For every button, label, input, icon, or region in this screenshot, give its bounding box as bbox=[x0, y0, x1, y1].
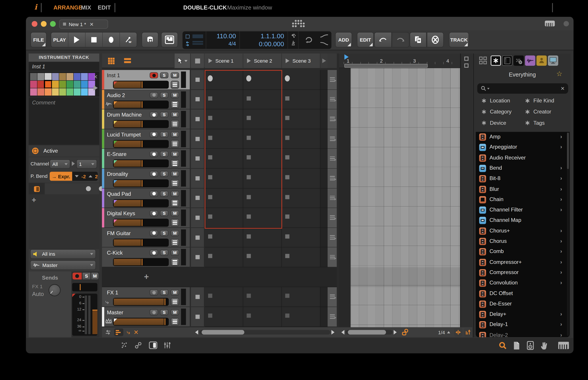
crossfade-automation-icon[interactable] bbox=[320, 42, 329, 45]
channel-dest-dropdown[interactable]: 1 bbox=[76, 159, 97, 169]
palette-swatch[interactable] bbox=[81, 88, 88, 95]
track-header-dronality[interactable]: Dronality S M bbox=[102, 169, 190, 188]
arm-button[interactable] bbox=[150, 210, 158, 217]
delete-button[interactable] bbox=[427, 32, 444, 47]
clip-slot[interactable] bbox=[282, 149, 321, 169]
clip-slot-stop-icon[interactable] bbox=[285, 195, 289, 199]
solo-button[interactable]: S bbox=[160, 309, 168, 315]
clip-slot-stop-icon[interactable] bbox=[247, 96, 251, 100]
clip-slot[interactable] bbox=[205, 208, 243, 228]
clip-slot-partial[interactable] bbox=[320, 247, 328, 267]
tempo-value[interactable]: 110.00 bbox=[217, 33, 236, 40]
arm-button[interactable] bbox=[150, 171, 158, 177]
track-volume-fader[interactable] bbox=[113, 140, 169, 148]
arm-button[interactable] bbox=[150, 131, 158, 138]
hand-tool-icon[interactable] bbox=[540, 342, 548, 350]
arm-button[interactable] bbox=[150, 289, 158, 296]
solo-button[interactable]: S bbox=[160, 92, 168, 98]
chevron-right-icon[interactable]: › bbox=[560, 238, 562, 244]
arm-button[interactable] bbox=[150, 151, 158, 157]
filter-creator[interactable]: Creator bbox=[525, 108, 551, 116]
back-to-arrangement-cell[interactable] bbox=[328, 169, 337, 188]
track-header-fx-1[interactable]: FX 1 S M ⤷ bbox=[102, 287, 190, 307]
track-menu-button[interactable] bbox=[171, 298, 179, 306]
clip-slot-stop-icon[interactable] bbox=[208, 294, 212, 298]
palette-swatch[interactable] bbox=[52, 81, 59, 88]
tab-device-modulation[interactable] bbox=[29, 183, 45, 195]
palette-clear-icon[interactable]: ✕ bbox=[93, 74, 98, 80]
view-tab-arrange[interactable]: ARRANGE bbox=[53, 4, 82, 11]
clip-slot-partial[interactable] bbox=[320, 149, 328, 169]
device-item-delay-1[interactable]: Delay-1 › bbox=[476, 320, 570, 330]
palette-swatch[interactable] bbox=[37, 73, 44, 80]
arm-button[interactable] bbox=[150, 72, 158, 78]
track-menu-button[interactable] bbox=[171, 219, 179, 227]
loop-icon[interactable] bbox=[304, 36, 314, 44]
performance-display[interactable] bbox=[182, 31, 206, 49]
add-track-button[interactable]: + bbox=[144, 272, 149, 282]
clip-slot-stop-icon[interactable] bbox=[285, 175, 289, 179]
clip-stop-cell[interactable] bbox=[191, 208, 204, 228]
back-to-arrangement-cell[interactable] bbox=[328, 287, 337, 307]
solo-button[interactable]: S bbox=[82, 272, 91, 280]
device-item-arpeggiator[interactable]: Arpeggiator › bbox=[476, 142, 570, 153]
clip-slot[interactable] bbox=[205, 129, 243, 149]
device-item-amp[interactable]: Amp › bbox=[476, 132, 570, 142]
clip-slot[interactable] bbox=[243, 247, 282, 267]
cursor-tool-button[interactable] bbox=[174, 54, 190, 68]
send-mode[interactable]: Auto bbox=[32, 291, 44, 297]
clip-stop-cell[interactable] bbox=[191, 90, 204, 110]
palette-swatch[interactable] bbox=[81, 73, 88, 80]
track-volume-fader[interactable] bbox=[113, 238, 169, 247]
track-menu-button[interactable] bbox=[171, 199, 179, 207]
solo-button[interactable]: S bbox=[160, 289, 168, 296]
tab-presets[interactable]: P bbox=[514, 55, 524, 66]
arm-button[interactable] bbox=[150, 191, 158, 197]
mute-button[interactable]: M bbox=[171, 151, 179, 157]
palette-more-icon[interactable] bbox=[93, 85, 98, 91]
clip-slot[interactable] bbox=[243, 307, 282, 327]
clip-slot-stop-icon[interactable] bbox=[247, 254, 251, 258]
mute-button[interactable]: M bbox=[171, 210, 179, 217]
add-button[interactable]: ADD bbox=[335, 32, 352, 47]
palette-swatch[interactable] bbox=[59, 81, 66, 88]
clip-slot[interactable] bbox=[243, 188, 282, 208]
clip-slot[interactable] bbox=[205, 307, 243, 327]
view-tab-mix[interactable]: MIX bbox=[81, 4, 91, 11]
fade-automation-icon[interactable] bbox=[320, 34, 329, 38]
track-volume-fader[interactable] bbox=[113, 199, 169, 207]
arrange-zoom-scrollbar[interactable] bbox=[344, 64, 428, 68]
clip-slot-stop-icon[interactable] bbox=[208, 135, 212, 140]
solo-button[interactable]: S bbox=[160, 230, 168, 236]
track-menu-button[interactable] bbox=[171, 81, 179, 89]
device-item-chain[interactable]: Chain › bbox=[476, 194, 570, 205]
maximize-window-button[interactable] bbox=[50, 21, 56, 27]
clip-slot-partial[interactable] bbox=[320, 70, 328, 90]
clip-slot[interactable] bbox=[282, 307, 321, 327]
solo-button[interactable]: S bbox=[160, 191, 168, 197]
clip-stop-cell[interactable] bbox=[191, 129, 204, 149]
palette-swatch[interactable] bbox=[37, 88, 44, 95]
mute-button[interactable]: M bbox=[171, 230, 179, 236]
solo-button[interactable]: S bbox=[160, 151, 168, 157]
track-volume-fader[interactable] bbox=[113, 298, 169, 306]
clip-slot[interactable] bbox=[282, 70, 321, 90]
clip-slot[interactable] bbox=[243, 129, 282, 149]
solo-button[interactable]: S bbox=[160, 210, 168, 217]
clip-slot[interactable] bbox=[243, 70, 282, 90]
back-to-arrangement-cell[interactable] bbox=[328, 129, 337, 149]
device-item-comb[interactable]: Comb › bbox=[476, 247, 570, 257]
filter-file-kind[interactable]: File Kind bbox=[525, 96, 554, 105]
swap-icon[interactable] bbox=[105, 330, 111, 335]
back-to-arrangement-cell[interactable] bbox=[328, 110, 337, 129]
device-item-channel-filter[interactable]: Channel Filter › bbox=[476, 205, 570, 215]
arranger-grid[interactable] bbox=[350, 68, 460, 327]
track-menu-button[interactable] bbox=[171, 238, 179, 247]
edit-menu-button[interactable]: EDIT bbox=[357, 32, 374, 47]
track-volume-fader[interactable] bbox=[113, 120, 169, 128]
mute-button[interactable]: M bbox=[171, 309, 179, 315]
track-header-drum-machine[interactable]: Drum Machine S M bbox=[102, 110, 190, 129]
arranger-timeline[interactable]: 1234 bbox=[339, 54, 472, 68]
mute-button[interactable]: M bbox=[91, 272, 99, 280]
clip-stop-cell[interactable] bbox=[191, 149, 204, 169]
